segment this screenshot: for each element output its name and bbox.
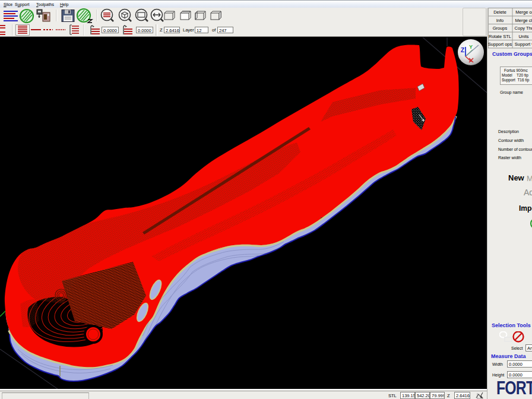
svg-text:Merge op: Merge op	[515, 10, 532, 15]
svg-text:Support ops: Support ops	[488, 42, 512, 47]
svg-text:Copy Thro: Copy Thro	[515, 26, 532, 31]
svg-text:Info: Info	[496, 18, 504, 23]
svg-text:Groups: Groups	[493, 26, 508, 31]
svg-text:Merge clo: Merge clo	[515, 18, 532, 23]
svg-text:Z: Z	[461, 47, 464, 53]
svg-text:Rotate STL: Rotate STL	[489, 34, 511, 39]
svg-text:Support va: Support va	[515, 42, 532, 47]
svg-text:Delete: Delete	[493, 10, 506, 15]
svg-text:Y: Y	[469, 44, 473, 50]
svg-text:Units: Units	[518, 34, 528, 39]
